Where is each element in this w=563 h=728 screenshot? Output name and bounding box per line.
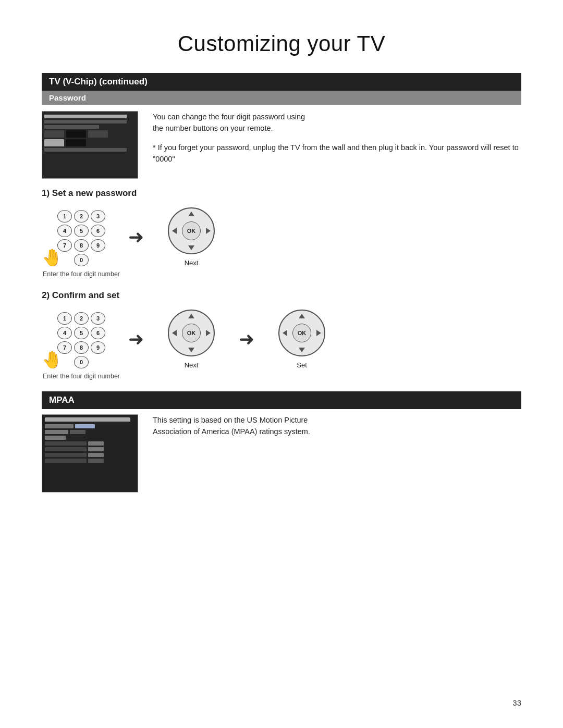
step1-dpad-outer: OK	[168, 207, 215, 254]
step1-dpad-down	[188, 245, 194, 250]
mpaa-box-8	[88, 459, 104, 463]
step1-dpad-left	[172, 228, 177, 234]
step2-dpad1-left	[172, 330, 177, 336]
step1-caption: Enter the four digit number	[43, 270, 521, 278]
step2-arrow1-icon: ➜	[128, 328, 144, 350]
step2-arrow2-icon: ➜	[239, 328, 254, 350]
mpaa-desc-line2: Association of America (MPAA) ratings sy…	[153, 427, 310, 436]
page-title: Customizing your TV	[42, 31, 521, 56]
step1-hand-icon: 🤚	[42, 248, 63, 267]
step2-hand-icon: 🤚	[42, 350, 63, 369]
page: Customizing your TV TV (V-Chip) (continu…	[0, 0, 563, 728]
step2-key-0: 0	[74, 356, 89, 368]
step2-key-5: 5	[74, 327, 89, 339]
step2-dpad1: OK	[168, 310, 215, 356]
step2-key-9: 9	[91, 341, 105, 354]
step1-section: 1) Set a new password 🤚 1 2 3 4 5 6 7 8 …	[42, 188, 521, 278]
key-1: 1	[57, 210, 72, 223]
screen-bar-4	[44, 148, 127, 152]
screen-row-2	[44, 139, 136, 146]
key-4: 4	[57, 225, 72, 237]
mpaa-box-7	[45, 459, 87, 463]
step2-dpad2-outer: OK	[278, 310, 325, 356]
mpaa-box-1	[45, 441, 87, 446]
step1-dpad-label: Next	[185, 259, 199, 267]
key-8: 8	[74, 239, 89, 252]
step2-key-8: 8	[74, 341, 89, 354]
step2-dpad2-left	[283, 330, 287, 336]
mpaa-val-1	[75, 424, 95, 428]
step1-arrow-icon: ➜	[128, 226, 144, 248]
mpaa-screen-image	[42, 414, 138, 492]
step2-key-2: 2	[74, 312, 89, 325]
key-2: 2	[74, 210, 89, 223]
step1-dpad-container: OK Next	[168, 207, 215, 267]
step2-dpad1-label: Next	[185, 361, 199, 369]
mpaa-desc-line1: This setting is based on the US Motion P…	[153, 416, 308, 424]
mpaa-content-block: This setting is based on the US Motion P…	[42, 414, 521, 492]
mpaa-screen-row7	[45, 459, 135, 463]
mpaa-label-3	[45, 436, 66, 440]
key-6: 6	[91, 225, 105, 237]
screen-box-2	[66, 130, 86, 138]
mpaa-screen-row1	[45, 424, 135, 428]
step2-dpad2-right	[316, 330, 321, 336]
password-content-block: You can change the four digit password u…	[42, 111, 521, 179]
password-note: * If you forget your password, unplug th…	[153, 142, 521, 165]
step2-dpad2-ok: OK	[292, 324, 311, 342]
step2-dpad2-label: Set	[297, 361, 307, 369]
password-description: You can change the four digit password u…	[153, 111, 521, 165]
fake-screen-password	[42, 112, 138, 178]
step1-numpad-container: 🤚 1 2 3 4 5 6 7 8 9 0	[42, 206, 104, 268]
key-9: 9	[91, 239, 105, 252]
step2-dpad2-down	[299, 348, 305, 352]
section-header-vchip: TV (V-Chip) (continued)	[42, 73, 521, 91]
step2-dpad2-up	[299, 314, 305, 318]
mpaa-screen-row2	[45, 430, 135, 434]
step2-title: 2) Confirm and set	[42, 290, 521, 301]
fake-screen-mpaa	[42, 415, 138, 492]
mpaa-box-6	[88, 453, 104, 457]
mpaa-box-5	[45, 453, 87, 457]
password-desc-line2: the number buttons on your remote.	[153, 124, 273, 132]
step1-dpad-right	[206, 228, 211, 234]
screen-bar-2	[44, 120, 127, 124]
step2-dpad1-up	[188, 314, 194, 318]
step2-dpad2: OK	[278, 310, 325, 356]
mpaa-label-2	[45, 430, 68, 434]
key-5: 5	[74, 225, 89, 237]
mpaa-section: MPAA	[42, 391, 521, 492]
step2-dpad1-down	[188, 348, 194, 352]
mpaa-screen-row5	[45, 447, 135, 451]
screen-box-3	[88, 130, 108, 138]
screen-box-5	[66, 139, 86, 146]
screen-box-4	[44, 139, 64, 146]
mpaa-box-4	[88, 447, 104, 451]
step2-numpad-area: 🤚 1 2 3 4 5 6 7 8 9 0 ➜	[42, 308, 521, 371]
key-0: 0	[74, 254, 89, 266]
screen-row-1	[44, 130, 136, 138]
mpaa-screen-topbar	[45, 417, 130, 422]
step2-dpad1-outer: OK	[168, 310, 215, 356]
mpaa-screen-row4	[45, 441, 135, 446]
mpaa-screen-row3	[45, 436, 135, 440]
page-number: 33	[512, 698, 521, 707]
step2-caption: Enter the four digit number	[43, 373, 521, 380]
step2-numpad-grid: 1 2 3 4 5 6 7 8 9 0	[57, 312, 104, 368]
step2-section: 2) Confirm and set 🤚 1 2 3 4 5 6 7 8 9 0	[42, 290, 521, 380]
mpaa-screen-row6	[45, 453, 135, 457]
mpaa-description: This setting is based on the US Motion P…	[153, 414, 521, 438]
step2-dpad1-right	[206, 330, 211, 336]
mpaa-box-2	[88, 441, 104, 446]
sub-header-password: Password	[42, 91, 521, 105]
screen-bar-3	[44, 125, 99, 129]
step2-key-4: 4	[57, 327, 72, 339]
screen-bar-1	[44, 115, 127, 118]
step1-numpad-area: 🤚 1 2 3 4 5 6 7 8 9 0 ➜	[42, 206, 521, 268]
step2-dpad2-container: OK Set	[278, 310, 325, 369]
password-desc-line1: You can change the four digit password u…	[153, 113, 305, 121]
step1-dpad-ok: OK	[182, 221, 201, 240]
key-3: 3	[91, 210, 105, 223]
screen-box-1	[44, 130, 64, 138]
step2-key-3: 3	[91, 312, 105, 325]
